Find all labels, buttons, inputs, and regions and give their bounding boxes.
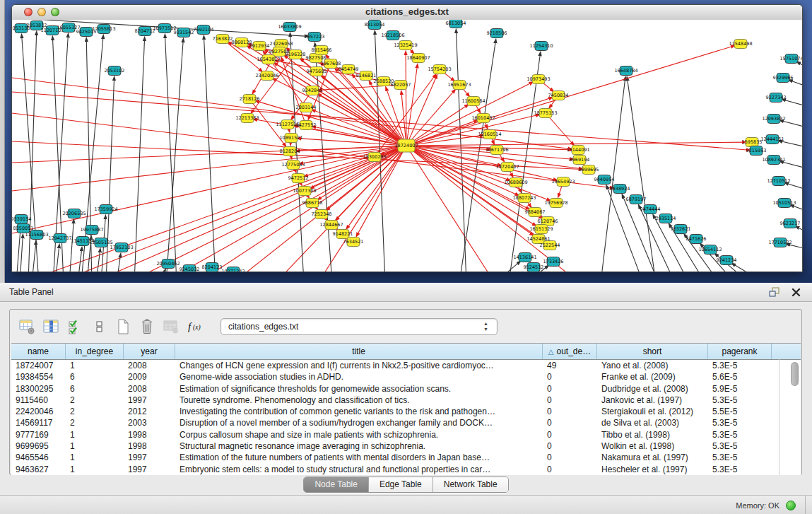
column-header-short[interactable]: short — [597, 344, 708, 359]
graph-node-label: 1595835 — [742, 139, 763, 145]
tab-edge-table[interactable]: Edge Table — [369, 477, 433, 492]
table-row[interactable]: 1830029562008Estimation of significance … — [11, 383, 801, 395]
table-cell: 6 — [66, 371, 124, 382]
graph-node-label: 10371342 — [221, 269, 245, 271]
table-cell: 5.6E-5 — [708, 371, 772, 382]
column-header-year[interactable]: year — [124, 344, 175, 359]
table-row[interactable]: 1872400712008Changes of HCN gene express… — [11, 360, 801, 371]
column-header-pagerank[interactable]: pagerank — [708, 344, 772, 359]
graph-node-label: 10077309 — [293, 188, 316, 194]
close-panel-icon[interactable] — [789, 287, 802, 298]
table-cell: 1997 — [124, 395, 175, 406]
graph-node-label: 2053102 — [105, 68, 125, 74]
column-header-label: title — [352, 346, 365, 356]
graph-node-label: 9242845 — [302, 88, 323, 93]
table-row[interactable]: 1456911722003Disruption of a novel membe… — [11, 417, 801, 428]
graph-node-label: 15754203 — [428, 66, 451, 72]
desktop-background: citations_edges.txt 18724007716382288601… — [0, 0, 812, 283]
column-header-in_degree[interactable]: in_degree — [66, 344, 124, 359]
new-document-icon[interactable] — [113, 317, 132, 337]
column-header-label: name — [28, 346, 49, 356]
table-cell: 19384554 — [11, 371, 66, 382]
column-header-title[interactable]: title — [175, 344, 543, 359]
table-cell: 0 — [543, 371, 597, 382]
graph-node-label: 8454749 — [339, 66, 359, 72]
table-cell: 1997 — [124, 452, 175, 463]
column-visibility-icon[interactable] — [41, 317, 60, 337]
graph-node-label: 17952103 — [110, 245, 133, 250]
table-cell: 5.5E-5 — [708, 406, 772, 417]
svg-text:f: f — [188, 321, 192, 332]
graph-node-label: 11254310 — [529, 43, 553, 49]
vertical-scrollbar[interactable] — [791, 362, 799, 386]
table-cell: 6 — [66, 383, 124, 395]
graph-node-label: 18640907 — [406, 55, 430, 61]
column-header-label: out_de… — [557, 346, 592, 356]
table-cell: Investigating the contribution of common… — [175, 406, 543, 417]
graph-node-label: 18300295 — [363, 154, 386, 160]
table-cell: 1 — [66, 440, 124, 452]
table-selector-combobox[interactable]: citations_edges.txt ▲▼ — [220, 318, 498, 335]
tab-network-table[interactable]: Network Table — [433, 477, 508, 492]
close-window-button[interactable] — [24, 8, 33, 16]
table-row[interactable]: 946362711997Embryonic stem cells: a mode… — [11, 464, 801, 475]
network-window: citations_edges.txt 18724007716382288601… — [11, 4, 803, 272]
graph-node-label: 20950452 — [156, 261, 180, 267]
graph-node-label: 16543812 — [257, 57, 280, 62]
network-canvas[interactable]: 1872400771638228860128891293423226058982… — [12, 20, 802, 271]
import-table-disabled-icon[interactable] — [161, 317, 180, 337]
delete-icon[interactable] — [137, 317, 156, 337]
table-cell: 1 — [66, 464, 124, 475]
table-settings-icon[interactable] — [17, 317, 36, 337]
zoom-window-button[interactable] — [51, 8, 59, 16]
rows-icon[interactable] — [89, 317, 108, 337]
table-cell: 1 — [66, 360, 124, 371]
graph-node-label: 9524512 — [524, 264, 544, 270]
table-panel: Table Panel f(x) citations_edges.txt ▲▼ … — [0, 283, 812, 514]
table-row[interactable]: 2242004622012Investigating the contribut… — [11, 406, 801, 417]
graph-node-label: 12325419 — [394, 42, 417, 48]
table-cell: 2008 — [124, 360, 175, 371]
float-panel-icon[interactable] — [768, 287, 781, 298]
select-mode-icon[interactable] — [65, 317, 84, 337]
graph-node-label: 2803144 — [296, 105, 317, 110]
table-row[interactable]: 969969511998Structural magnetic resonanc… — [11, 440, 801, 452]
window-titlebar[interactable]: citations_edges.txt — [12, 5, 802, 21]
table-cell: Hescheler et al. (1997) — [597, 464, 708, 475]
table-cell: 9463627 — [11, 464, 66, 475]
column-header-label: in_degree — [76, 346, 113, 356]
tab-node-table[interactable]: Node Table — [304, 477, 369, 492]
column-header-label: pagerank — [722, 346, 757, 356]
function-builder-icon[interactable]: f(x) — [185, 317, 204, 337]
table-cell: Changes of HCN gene expression and I(f) … — [175, 360, 543, 371]
table-row[interactable]: 946554611997Estimation of the future num… — [11, 452, 801, 463]
graph-node-label: 9245032 — [180, 267, 200, 271]
table-row[interactable]: 911546021997Tourette syndrome. Phenomeno… — [11, 395, 801, 406]
table-row[interactable]: 1938455462009Genome-wide association stu… — [11, 371, 801, 382]
svg-text:(x): (x) — [193, 324, 201, 332]
graph-node-label: 11548498 — [729, 41, 752, 47]
column-header-out_de[interactable]: △out_de… — [543, 344, 597, 359]
table-panel-title: Table Panel — [9, 287, 54, 297]
table-cell: Corpus callosum shape and size in male p… — [175, 429, 543, 440]
column-header-name[interactable]: name — [11, 344, 66, 359]
graph-node-label: 8471626 — [686, 236, 707, 242]
graph-node-label: 11600584 — [461, 98, 485, 104]
table-cell: Dudbridge et al. (2008) — [597, 383, 708, 395]
table-cell: 1998 — [124, 429, 175, 440]
minimize-window-button[interactable] — [37, 8, 46, 16]
graph-node-label: 9623217 — [780, 221, 801, 226]
graph-node-label: 18807243 — [512, 195, 536, 201]
graph-node-label: 10688609 — [504, 180, 527, 185]
graph-node-label: 18724007 — [394, 143, 418, 148]
table-cell: Embryonic stem cells: a model to study s… — [175, 464, 543, 475]
graph-node-label: 8813054 — [365, 22, 385, 28]
memory-status-label: Memory: OK — [736, 496, 779, 514]
graph-node-label: 7163822 — [213, 36, 233, 42]
graph-node-label: 12775083 — [281, 162, 305, 168]
graph-node-label: 8938924 — [610, 186, 630, 192]
status-bar: Memory: OK — [0, 495, 812, 514]
table-cell: 5.3E-5 — [708, 429, 772, 440]
graph-node-label: 23226058 — [269, 41, 293, 47]
table-row[interactable]: 977716911998Corpus callosum shape and si… — [11, 429, 801, 440]
